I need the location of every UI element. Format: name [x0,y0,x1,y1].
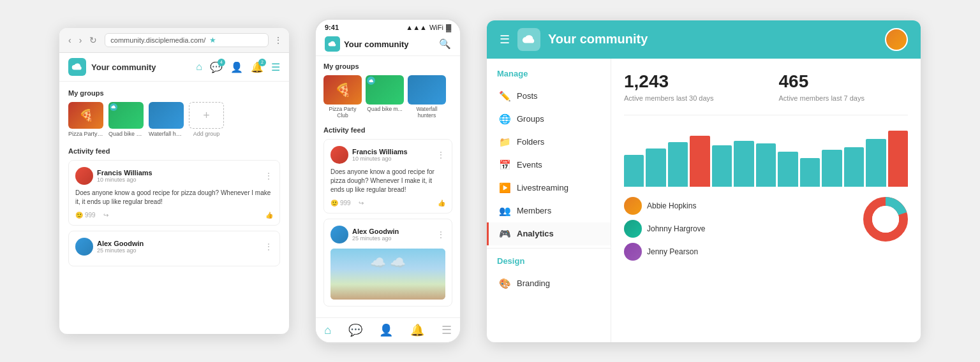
post-menu-fw[interactable]: ⋮ [264,171,273,181]
mobile-group-quad[interactable]: Quad bike m... [366,75,404,119]
activity-badge: 4 [218,59,225,66]
sidebar-item-posts[interactable]: ✏️ Posts [487,85,611,108]
sidebar-divider [487,248,611,249]
battery-icon: ▓ [446,24,451,31]
forward-button[interactable]: › [77,34,85,47]
mobile-search-icon[interactable]: 🔍 [439,38,451,50]
home-icon[interactable]: ⌂ [196,61,202,73]
mobile-share-button-fw[interactable]: ↪ [359,199,364,206]
bookmark-icon[interactable]: ★ [209,36,216,45]
mobile-post-menu-ag[interactable]: ⋮ [436,229,445,240]
mobile-group-pizza[interactable]: 🍕 Pizza Party Club [323,75,362,119]
chart-area [624,123,908,187]
mobile-author-name-fw: Francis Williams [352,148,408,156]
mobile-react-button-fw[interactable]: 🙂 999 [330,199,351,206]
group-item-quad[interactable]: Quad bike m... [108,102,144,137]
posts-icon: ✏️ [499,90,510,102]
like-button-fw[interactable]: 👍 [265,212,273,219]
post-menu-ag[interactable]: ⋮ [264,242,273,252]
mobile-post-header-fw: Francis Williams 10 minutes ago ⋮ [330,146,445,164]
groups-row: 🍕 Pizza Party Club Quad bike m... [68,102,280,137]
branding-icon: 🎨 [499,278,510,289]
mobile-group-badge-quad [367,76,375,85]
mobile-mockup: 9:41 ▲▲▲ WiFi ▓ Your community 🔍 My grou… [315,18,461,344]
url-bar[interactable]: community.disciplemedia.com/ ★ [105,33,269,47]
post-author-fw: Francis Williams 10 minutes ago [75,167,152,185]
post-author-info-ag: Alex Goodwin 25 minutes ago [97,240,144,254]
my-groups-label: My groups [68,89,280,97]
mobile-post-author-ag: Alex Goodwin 25 minutes ago [330,226,399,243]
mobile-post-time-ag: 25 minutes ago [352,235,399,242]
folders-icon: 📁 [499,136,510,148]
admin-hamburger-icon[interactable]: ☰ [500,33,510,47]
stats-row: 1,243 Active members last 30 days 465 Ac… [624,71,908,102]
mobile-nav-notifications[interactable]: 🔔 [410,323,424,337]
group-item-pizza[interactable]: 🍕 Pizza Party Club [68,102,103,137]
stat-number-7d: 465 [779,71,909,92]
chart-bar [866,139,886,187]
notifications-icon[interactable]: 🔔 2 [251,61,264,73]
post-item-ag: Alex Goodwin 25 minutes ago ⋮ [68,231,280,266]
mobile-header-left: Your community [325,36,409,52]
mobile-group-thumb-waterfall [408,75,446,105]
back-button[interactable]: ‹ [66,34,74,47]
mobile-author-info-ag: Alex Goodwin 25 minutes ago [352,228,399,242]
add-group-container[interactable]: + Add group [189,102,224,137]
mobile-author-info-fw: Francis Williams 10 minutes ago [352,148,408,162]
admin-body: Manage ✏️ Posts 🌐 Groups 📁 Folders 📅 Eve… [487,59,921,342]
sidebar-item-events[interactable]: 📅 Events [487,154,611,177]
livestreaming-icon: ▶️ [499,182,510,194]
admin-header-left: ☰ Your community [500,28,648,51]
activity-feed-label: Activity feed [68,147,280,155]
chart-bar [734,141,754,187]
menu-icon[interactable]: ☰ [271,61,280,73]
activity-section: Activity feed Francis Williams 10 minute… [68,147,280,266]
mobile-nav-home[interactable]: ⌂ [324,324,331,337]
members-list: Abbie Hopkins Johnny Hargrove Jenny Pear… [624,197,705,261]
post-header-fw: Francis Williams 10 minutes ago ⋮ [75,167,273,185]
mobile-app-title: Your community [344,40,409,49]
sidebar-item-branding[interactable]: 🎨 Branding [487,272,611,295]
cloud-icon [71,61,83,73]
profile-icon[interactable]: 👤 [230,61,243,73]
sidebar-item-analytics[interactable]: 🎮 Analytics [487,222,611,245]
mobile-like-button-fw[interactable]: 👍 [438,199,445,206]
add-group-button[interactable]: + [189,102,224,129]
mobile-post-menu-fw[interactable]: ⋮ [436,150,445,160]
refresh-button[interactable]: ↻ [87,34,100,47]
mobile-content: My groups 🍕 Pizza Party Club Quad bike m… [316,56,460,317]
sidebar-item-livestreaming[interactable]: ▶️ Livestreaming [487,177,611,199]
sidebar-item-groups[interactable]: 🌐 Groups [487,108,611,131]
design-section-label: Design [487,256,611,272]
stat-label-7d: Active members last 7 days [779,94,909,102]
post-text-fw: Does anyone know a good recipe for pizza… [75,189,273,206]
browser-menu-icon[interactable]: ⋮ [274,35,283,45]
notifications-badge: 2 [258,59,266,66]
share-button-fw[interactable]: ↪ [103,212,108,219]
mobile-group-waterfall[interactable]: Waterfall hunters [408,75,446,119]
mobile-nav-menu[interactable]: ☰ [442,323,452,337]
activity-icon[interactable]: 💬 4 [210,61,223,73]
admin-user-avatar[interactable] [885,28,908,51]
post-author-info-fw: Francis Williams 10 minutes ago [97,169,152,183]
desktop-browser: ‹ › ↻ community.disciplemedia.com/ ★ ⋮ Y… [59,28,289,334]
author-name-ag: Alex Goodwin [97,240,144,247]
mobile-nav-profile[interactable]: 👤 [379,323,393,337]
group-badge-quad [110,103,117,111]
mobile-nav-activity[interactable]: 💬 [348,323,362,337]
mobile-group-thumb-pizza: 🍕 [323,75,362,105]
chart-bar [822,150,842,187]
react-button-fw[interactable]: 🙂 999 [75,212,96,219]
chart-bar [668,142,688,187]
admin-logo [517,28,540,51]
chart-bar [844,147,864,187]
group-item-waterfall[interactable]: Waterfall hunters [149,102,184,137]
browser-nav-buttons: ‹ › ↻ [66,34,100,47]
stat-number-30d: 1,243 [624,71,754,92]
sidebar-item-members[interactable]: 👥 Members [487,199,611,222]
sidebar-item-events-label: Events [517,160,542,170]
events-icon: 📅 [499,159,510,171]
sidebar-item-folders[interactable]: 📁 Folders [487,131,611,154]
browser-main-content: My groups 🍕 Pizza Party Club Quad b [59,82,289,334]
admin-cloud-icon [522,33,536,47]
